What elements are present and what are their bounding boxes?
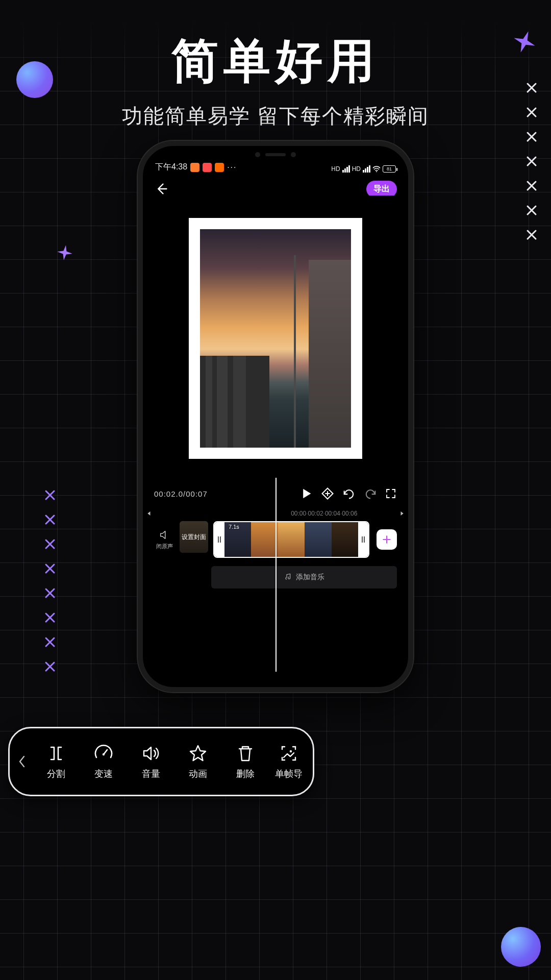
svg-point-0 bbox=[376, 171, 377, 172]
clip-duration: 7.1s bbox=[229, 524, 239, 530]
keyframe-button[interactable] bbox=[320, 486, 335, 501]
seek-start-icon[interactable] bbox=[145, 510, 152, 517]
add-clip-button[interactable] bbox=[377, 529, 397, 550]
signal-icon bbox=[363, 165, 370, 173]
plus-icon bbox=[382, 534, 392, 545]
time-counter: 00:02.0/00:07 bbox=[154, 489, 208, 498]
add-music-label: 添加音乐 bbox=[296, 573, 324, 582]
status-app-icon bbox=[190, 163, 199, 172]
tool-volume[interactable]: 音量 bbox=[127, 743, 174, 780]
phone-mockup: 下午4:38 ··· HD HD 81 导出 bbox=[138, 141, 413, 692]
clip-handle-left[interactable] bbox=[214, 522, 224, 557]
speaker-icon bbox=[159, 529, 170, 541]
status-hd: HD bbox=[352, 165, 361, 173]
status-app-icon bbox=[203, 163, 212, 172]
status-app-icon bbox=[215, 163, 224, 172]
mute-original-button[interactable]: 闭原声 bbox=[154, 521, 174, 558]
sparkle-icon bbox=[56, 244, 73, 261]
export-button[interactable]: 导出 bbox=[366, 181, 397, 198]
hero-title: 简单好用 bbox=[0, 30, 551, 93]
battery-icon: 81 bbox=[383, 165, 396, 173]
clip-thumb bbox=[305, 522, 331, 557]
tool-animation[interactable]: 动画 bbox=[174, 743, 222, 780]
volume-icon bbox=[141, 743, 161, 764]
tool-delete[interactable]: 删除 bbox=[222, 743, 269, 780]
edit-toolbar: 分割 变速 音量 动画 删除 单帧导 bbox=[8, 727, 314, 796]
star-icon bbox=[188, 743, 208, 764]
hero-subtitle: 功能简单易学 留下每个精彩瞬间 bbox=[0, 102, 551, 130]
video-preview[interactable] bbox=[143, 195, 408, 481]
seek-end-icon[interactable] bbox=[399, 510, 406, 517]
redo-button[interactable] bbox=[363, 486, 378, 501]
mute-label: 闭原声 bbox=[156, 543, 173, 550]
clip-strip[interactable]: 7.1s bbox=[213, 521, 369, 558]
play-button[interactable] bbox=[299, 486, 313, 501]
chevron-left-icon bbox=[18, 754, 26, 769]
signal-icon bbox=[342, 165, 350, 173]
hero: 简单好用 功能简单易学 留下每个精彩瞬间 bbox=[0, 30, 551, 130]
tool-split[interactable]: 分割 bbox=[33, 743, 80, 780]
playhead[interactable] bbox=[276, 478, 277, 672]
status-more-icon: ··· bbox=[227, 163, 237, 172]
trash-icon bbox=[235, 743, 256, 764]
tool-frame-export[interactable]: 单帧导 bbox=[269, 743, 309, 780]
wifi-icon bbox=[372, 165, 381, 173]
toolbar-back-button[interactable] bbox=[12, 728, 33, 795]
clip-thumb bbox=[251, 522, 278, 557]
preview-canvas bbox=[189, 218, 362, 459]
speedometer-icon bbox=[93, 743, 114, 764]
svg-point-2 bbox=[290, 750, 292, 752]
back-arrow-icon[interactable] bbox=[154, 182, 168, 196]
ruler-tick: 00:06 bbox=[342, 510, 357, 517]
decoration-x-column-left bbox=[44, 489, 56, 673]
status-hd: HD bbox=[331, 165, 340, 173]
add-music-button[interactable]: 添加音乐 bbox=[211, 566, 397, 589]
status-time: 下午4:38 bbox=[155, 162, 187, 173]
split-icon bbox=[46, 743, 66, 764]
decoration-circle-bottom bbox=[501, 927, 541, 967]
fullscreen-button[interactable] bbox=[385, 487, 397, 500]
frame-export-icon bbox=[279, 743, 299, 764]
preview-image bbox=[200, 229, 351, 448]
ruler-tick: 00:02 bbox=[308, 510, 323, 517]
clip-thumb bbox=[278, 522, 305, 557]
set-cover-button[interactable]: 设置封面 bbox=[180, 521, 208, 553]
clip-thumb bbox=[332, 522, 358, 557]
undo-button[interactable] bbox=[342, 486, 356, 501]
status-bar: 下午4:38 ··· HD HD 81 bbox=[143, 146, 408, 175]
svg-point-1 bbox=[103, 753, 105, 755]
ruler-tick: 00:00 bbox=[291, 510, 306, 517]
clip-handle-right[interactable] bbox=[358, 522, 368, 557]
music-note-icon bbox=[284, 573, 292, 581]
ruler-tick: 00:04 bbox=[325, 510, 340, 517]
tool-speed[interactable]: 变速 bbox=[80, 743, 127, 780]
